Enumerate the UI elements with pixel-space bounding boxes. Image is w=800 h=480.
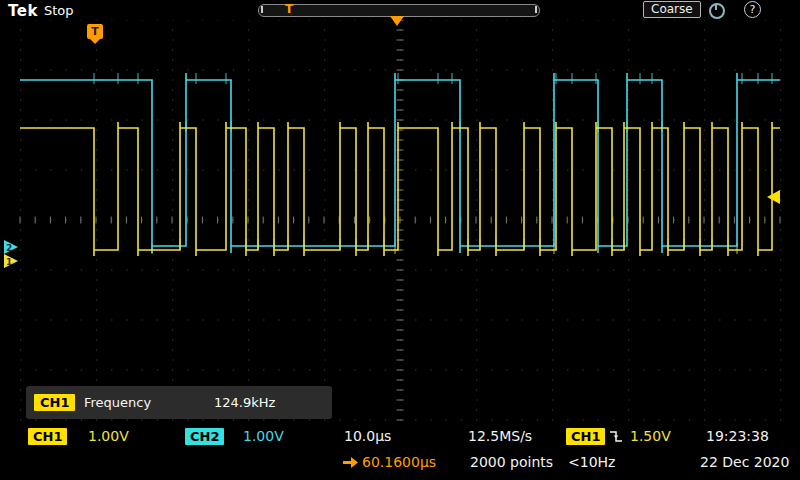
record-view-right-bracket: [535, 6, 537, 13]
help-icon[interactable]: ?: [744, 1, 761, 18]
trigger-level-readout: 1.50V: [630, 428, 671, 444]
measurement-value: 124.9kHz: [214, 394, 275, 411]
record-length-readout: 2000 points: [470, 454, 553, 470]
coarse-indicator[interactable]: Coarse: [643, 1, 701, 18]
ch2-ground-marker-label: 2: [6, 243, 12, 253]
ch2-scale: 1.00V: [243, 428, 284, 444]
ch1-waveform: [20, 122, 780, 256]
trigger-frequency-readout: <10Hz: [568, 454, 615, 470]
measurement-panel: CH1 Frequency 124.9kHz: [26, 386, 332, 419]
horizontal-position-readout: 60.1600µs: [362, 454, 436, 470]
ch1-ground-marker-label: 1: [6, 257, 12, 267]
timebase-readout: 10.0µs: [344, 428, 391, 444]
measurement-name: Frequency: [84, 394, 151, 411]
oscilloscope-screen: { "titlebar": { "logo": "Tek", "status":…: [0, 0, 800, 480]
knob-icon: [709, 3, 725, 19]
trigger-time-flag-icon[interactable]: T: [87, 24, 103, 39]
trigger-level-arrow-icon: [767, 190, 780, 204]
date-readout: 22 Dec 2020: [700, 454, 789, 470]
trigger-position-icon[interactable]: [390, 16, 404, 26]
tek-logo: Tek: [8, 2, 38, 20]
acquisition-status: Stop: [44, 3, 74, 18]
trigger-source-badge: CH1: [566, 428, 605, 445]
falling-edge-icon: [608, 428, 624, 445]
ch2-badge[interactable]: CH2: [185, 428, 224, 445]
record-view-left-bracket: [261, 6, 263, 13]
sample-rate-readout: 12.5MS/s: [468, 428, 532, 444]
horizontal-position-arrow-icon: [342, 454, 359, 470]
ch1-crosstalk-spikes: [152, 121, 737, 254]
clock-time: 19:23:38: [706, 428, 769, 444]
record-view-trigger-marker: T: [285, 2, 293, 16]
ch1-scale: 1.00V: [88, 428, 129, 444]
measurement-source-badge: CH1: [34, 394, 75, 411]
ch1-badge[interactable]: CH1: [28, 428, 67, 445]
